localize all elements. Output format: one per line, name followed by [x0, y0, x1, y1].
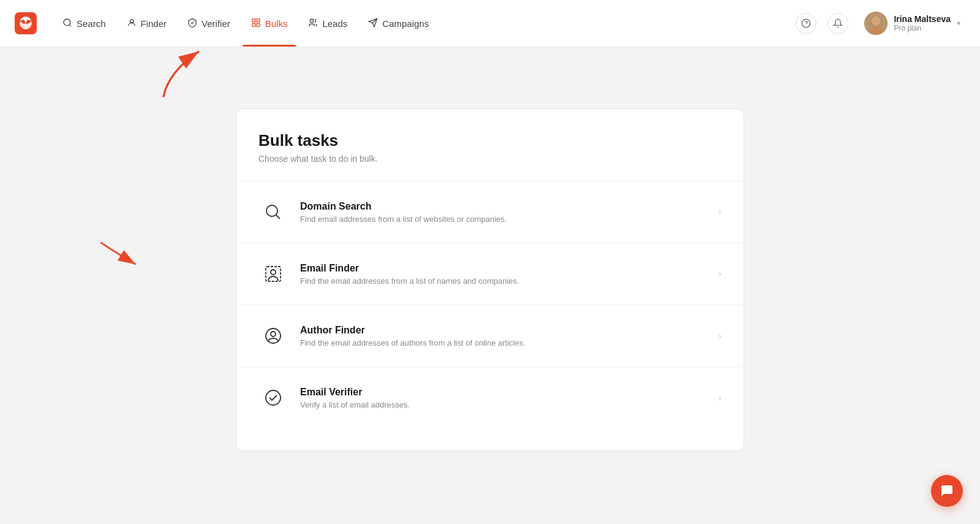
- nav-label-search: Search: [77, 18, 106, 29]
- arrow-top-indicator: [147, 41, 221, 102]
- task-text-domain-search: Domain Search Find email addresses from …: [300, 201, 711, 224]
- svg-point-15: [266, 205, 277, 216]
- task-item-email-finder[interactable]: Email Finder Find the email addresses fr…: [236, 243, 744, 305]
- task-text-author-finder: Author Finder Find the email addresses o…: [300, 325, 711, 347]
- avatar: [864, 12, 888, 35]
- svg-point-2: [130, 19, 133, 22]
- nav-item-bulks[interactable]: Bulks: [243, 14, 296, 33]
- author-finder-icon: [258, 321, 288, 351]
- svg-point-11: [872, 17, 880, 26]
- nav-item-finder[interactable]: Finder: [118, 14, 176, 33]
- card-title: Bulk tasks: [258, 131, 722, 150]
- verifier-nav-icon: [187, 18, 197, 29]
- bulk-tasks-card: Bulk tasks Choose what task to do in bul…: [236, 108, 744, 451]
- task-item-domain-search[interactable]: Domain Search Find email addresses from …: [236, 181, 744, 243]
- domain-search-icon: [258, 197, 288, 227]
- svg-point-1: [64, 19, 70, 26]
- task-desc-email-verifier: Verify a list of email addresses.: [300, 400, 711, 409]
- search-nav-icon: [62, 18, 72, 29]
- chevron-right-icon-email-verifier: ›: [718, 392, 722, 403]
- task-item-author-finder[interactable]: Author Finder Find the email addresses o…: [236, 305, 744, 366]
- svg-rect-4: [257, 19, 260, 22]
- svg-rect-6: [257, 23, 260, 26]
- svg-point-20: [266, 390, 281, 405]
- main-nav: Search Finder Verifier: [54, 14, 796, 33]
- bulks-nav-icon: [251, 18, 261, 29]
- task-text-email-verifier: Email Verifier Verify a list of email ad…: [300, 387, 711, 409]
- logo[interactable]: [15, 12, 37, 34]
- svg-point-7: [311, 19, 314, 22]
- user-plan: Pro plan: [894, 24, 951, 32]
- task-title-email-verifier: Email Verifier: [300, 387, 711, 398]
- task-title-domain-search: Domain Search: [300, 201, 711, 212]
- chevron-right-icon-domain-search: ›: [718, 207, 722, 218]
- svg-point-17: [271, 270, 276, 275]
- user-profile-button[interactable]: Irina Maltseva Pro plan ▾: [859, 9, 965, 37]
- help-button[interactable]: [796, 13, 816, 34]
- svg-point-19: [271, 332, 276, 336]
- nav-item-search[interactable]: Search: [54, 14, 115, 33]
- nav-item-leads[interactable]: Leads: [300, 14, 356, 33]
- user-info: Irina Maltseva Pro plan: [894, 14, 951, 32]
- finder-nav-icon: [127, 18, 137, 29]
- header-right: Irina Maltseva Pro plan ▾: [796, 9, 965, 37]
- chevron-right-icon-email-finder: ›: [718, 268, 722, 279]
- chat-button[interactable]: [931, 475, 963, 507]
- chevron-right-icon-author-finder: ›: [718, 330, 722, 341]
- task-text-email-finder: Email Finder Find the email addresses fr…: [300, 263, 711, 286]
- nav-label-finder: Finder: [141, 18, 167, 29]
- main-content: Bulk tasks Choose what task to do in bul…: [0, 47, 980, 476]
- nav-label-leads: Leads: [322, 18, 347, 29]
- email-verifier-icon: [258, 383, 288, 412]
- task-item-email-verifier[interactable]: Email Verifier Verify a list of email ad…: [236, 366, 744, 428]
- nav-label-verifier: Verifier: [202, 18, 230, 29]
- nav-label-campaigns: Campaigns: [382, 18, 429, 29]
- task-desc-author-finder: Find the email addresses of authors from…: [300, 338, 711, 347]
- notifications-button[interactable]: [827, 13, 848, 34]
- campaigns-nav-icon: [368, 18, 378, 29]
- nav-item-verifier[interactable]: Verifier: [179, 14, 239, 33]
- svg-rect-3: [252, 19, 255, 22]
- task-desc-email-finder: Find the email addresses from a list of …: [300, 276, 711, 286]
- task-title-email-finder: Email Finder: [300, 263, 711, 274]
- nav-item-campaigns[interactable]: Campaigns: [360, 14, 437, 33]
- user-name: Irina Maltseva: [894, 14, 951, 24]
- leads-nav-icon: [308, 18, 318, 29]
- email-finder-icon: [258, 259, 288, 289]
- card-header: Bulk tasks Choose what task to do in bul…: [236, 131, 744, 181]
- svg-rect-5: [252, 23, 255, 26]
- task-desc-domain-search: Find email addresses from a list of webs…: [300, 215, 711, 224]
- header: Search Finder Verifier: [0, 0, 980, 47]
- chevron-down-icon: ▾: [957, 19, 960, 28]
- task-title-author-finder: Author Finder: [300, 325, 711, 336]
- card-subtitle: Choose what task to do in bulk.: [258, 154, 722, 164]
- arrow-bottom-indicator: [92, 231, 153, 280]
- nav-label-bulks: Bulks: [265, 18, 288, 29]
